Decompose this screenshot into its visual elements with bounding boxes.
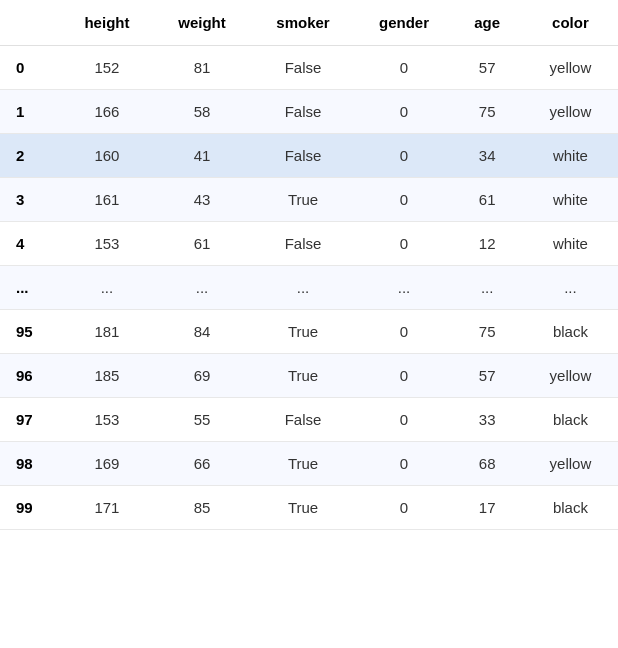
cell-smoker: True	[250, 442, 357, 486]
cell-weight: 69	[154, 354, 249, 398]
cell-height: 185	[59, 354, 154, 398]
cell-height: ...	[59, 266, 154, 310]
cell-smoker: True	[250, 178, 357, 222]
cell-smoker: ...	[250, 266, 357, 310]
cell-age: 12	[452, 222, 523, 266]
cell-color: white	[523, 222, 618, 266]
cell-gender: 0	[357, 222, 452, 266]
table-row: .....................	[0, 266, 618, 310]
cell-height: 153	[59, 222, 154, 266]
data-table: height weight smoker gender age color 01…	[0, 0, 618, 530]
col-header-gender: gender	[357, 0, 452, 46]
cell-age: 33	[452, 398, 523, 442]
col-header-smoker: smoker	[250, 0, 357, 46]
table-row: 116658False075yellow	[0, 90, 618, 134]
cell-color: yellow	[523, 46, 618, 90]
cell-height: 166	[59, 90, 154, 134]
cell-gender: 0	[357, 178, 452, 222]
cell-color: white	[523, 134, 618, 178]
cell-gender: 0	[357, 310, 452, 354]
table-row: 316143True061white	[0, 178, 618, 222]
cell-gender: 0	[357, 398, 452, 442]
cell-weight: ...	[154, 266, 249, 310]
cell-weight: 84	[154, 310, 249, 354]
cell-age: 75	[452, 90, 523, 134]
cell-weight: 61	[154, 222, 249, 266]
cell-color: white	[523, 178, 618, 222]
cell-smoker: True	[250, 310, 357, 354]
col-header-weight: weight	[154, 0, 249, 46]
cell-gender: 0	[357, 134, 452, 178]
table-row: 9518184True075black	[0, 310, 618, 354]
cell-color: ...	[523, 266, 618, 310]
cell-gender: 0	[357, 486, 452, 530]
cell-index: 1	[0, 90, 59, 134]
cell-color: yellow	[523, 354, 618, 398]
cell-smoker: False	[250, 134, 357, 178]
table-row: 9715355False033black	[0, 398, 618, 442]
cell-height: 153	[59, 398, 154, 442]
cell-weight: 85	[154, 486, 249, 530]
cell-color: yellow	[523, 90, 618, 134]
cell-age: 75	[452, 310, 523, 354]
cell-weight: 41	[154, 134, 249, 178]
cell-smoker: False	[250, 222, 357, 266]
col-header-age: age	[452, 0, 523, 46]
cell-color: yellow	[523, 442, 618, 486]
cell-index: 96	[0, 354, 59, 398]
cell-gender: 0	[357, 442, 452, 486]
cell-smoker: True	[250, 354, 357, 398]
cell-color: black	[523, 398, 618, 442]
cell-age: 68	[452, 442, 523, 486]
cell-weight: 81	[154, 46, 249, 90]
cell-index: 3	[0, 178, 59, 222]
cell-height: 181	[59, 310, 154, 354]
cell-smoker: False	[250, 46, 357, 90]
cell-gender: 0	[357, 354, 452, 398]
cell-height: 169	[59, 442, 154, 486]
cell-index: 4	[0, 222, 59, 266]
table-row: 415361False012white	[0, 222, 618, 266]
cell-smoker: False	[250, 398, 357, 442]
cell-height: 161	[59, 178, 154, 222]
cell-smoker: False	[250, 90, 357, 134]
cell-index: 97	[0, 398, 59, 442]
cell-age: 57	[452, 46, 523, 90]
cell-index: 0	[0, 46, 59, 90]
cell-gender: 0	[357, 90, 452, 134]
table-row: 015281False057yellow	[0, 46, 618, 90]
col-header-color: color	[523, 0, 618, 46]
cell-weight: 66	[154, 442, 249, 486]
cell-gender: 0	[357, 46, 452, 90]
cell-weight: 58	[154, 90, 249, 134]
table-row: 9816966True068yellow	[0, 442, 618, 486]
cell-weight: 43	[154, 178, 249, 222]
cell-age: 17	[452, 486, 523, 530]
cell-height: 160	[59, 134, 154, 178]
cell-index: 2	[0, 134, 59, 178]
cell-color: black	[523, 310, 618, 354]
cell-age: 57	[452, 354, 523, 398]
cell-color: black	[523, 486, 618, 530]
table-row: 9917185True017black	[0, 486, 618, 530]
cell-age: 34	[452, 134, 523, 178]
cell-index: ...	[0, 266, 59, 310]
cell-index: 95	[0, 310, 59, 354]
cell-gender: ...	[357, 266, 452, 310]
cell-age: ...	[452, 266, 523, 310]
cell-index: 98	[0, 442, 59, 486]
table-header-row: height weight smoker gender age color	[0, 0, 618, 46]
cell-smoker: True	[250, 486, 357, 530]
cell-height: 171	[59, 486, 154, 530]
col-header-height: height	[59, 0, 154, 46]
col-header-index	[0, 0, 59, 46]
cell-age: 61	[452, 178, 523, 222]
table-row: 9618569True057yellow	[0, 354, 618, 398]
cell-height: 152	[59, 46, 154, 90]
cell-index: 99	[0, 486, 59, 530]
table-row: 216041False034white	[0, 134, 618, 178]
cell-weight: 55	[154, 398, 249, 442]
